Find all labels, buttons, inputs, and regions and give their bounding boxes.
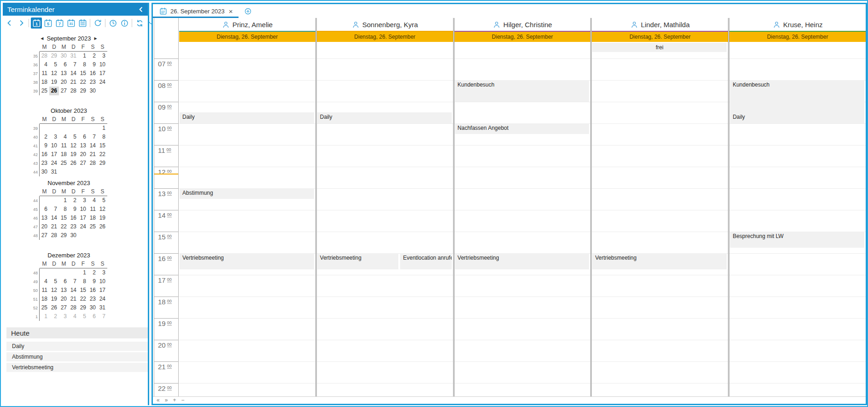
mini-day[interactable]: 27 <box>59 303 69 312</box>
mini-day[interactable]: 30 <box>69 231 78 240</box>
mini-day[interactable]: 16 <box>69 214 78 222</box>
mini-day[interactable]: 6 <box>78 133 88 141</box>
page-last-icon[interactable]: » <box>165 397 168 403</box>
mini-day[interactable]: 14 <box>49 214 59 222</box>
mini-day[interactable]: 6 <box>59 277 69 286</box>
column-grid-kruse-heinz[interactable]: KundenbesuchDailyBesprechung mit LW <box>729 42 866 396</box>
page-first-icon[interactable]: « <box>157 397 160 403</box>
mini-day[interactable]: 15 <box>59 214 69 222</box>
mini-day[interactable]: 22 <box>59 222 69 231</box>
mini-day[interactable]: 1 <box>40 312 49 321</box>
calendar-31-view-icon[interactable]: 31 <box>65 17 76 29</box>
mini-day[interactable]: 4 <box>59 133 69 141</box>
mini-day[interactable]: 11 <box>40 286 49 295</box>
mini-day[interactable]: 26 <box>49 303 59 312</box>
column-grid-sonnenberg-kyra[interactable]: DailyVertriebsmeetingEventlocation anruf… <box>317 42 453 396</box>
mini-day[interactable]: 28 <box>69 87 78 95</box>
all-day-event-frei[interactable]: frei <box>592 43 727 52</box>
today-list-item-abstimmung[interactable]: Abstimmung <box>6 352 148 361</box>
mini-day[interactable]: 14 <box>69 286 78 295</box>
mini-day[interactable]: 18 <box>40 295 49 303</box>
event-vertriebsmeeting[interactable]: Vertriebsmeeting <box>592 253 727 269</box>
mini-day[interactable]: 27 <box>78 159 88 168</box>
mini-day[interactable]: 31 <box>69 52 78 60</box>
column-grid-prinz-amelie[interactable]: DailyAbstimmungVertriebsmeeting <box>179 42 315 396</box>
mini-day[interactable]: 3 <box>59 312 69 321</box>
mini-day[interactable]: 23 <box>88 78 98 87</box>
mini-day[interactable]: 18 <box>59 150 69 159</box>
mini-day[interactable]: 31 <box>98 303 107 312</box>
mini-day[interactable]: 2 <box>88 268 98 277</box>
mini-day[interactable]: 26 <box>69 159 78 168</box>
mini-day[interactable]: 12 <box>69 141 78 150</box>
column-header-hilger-christine[interactable]: Hilger, Christine <box>454 18 591 32</box>
mini-day[interactable]: 19 <box>69 150 78 159</box>
mini-day[interactable]: 15 <box>78 286 88 295</box>
mini-day[interactable]: 8 <box>78 277 88 286</box>
mini-day[interactable]: 12 <box>49 286 59 295</box>
mini-day[interactable]: 4 <box>88 196 98 205</box>
mini-day[interactable]: 6 <box>40 205 49 214</box>
mini-day[interactable]: 11 <box>88 205 98 214</box>
mini-day[interactable]: 27 <box>59 87 69 95</box>
event-kundenbesuch[interactable]: Kundenbesuch <box>730 80 864 113</box>
mini-day[interactable]: 25 <box>40 303 49 312</box>
event-daily[interactable]: Daily <box>180 112 314 123</box>
mini-day[interactable]: 29 <box>98 159 107 168</box>
mini-day[interactable]: 23 <box>40 159 49 168</box>
mini-day[interactable]: 23 <box>88 295 98 303</box>
mini-day[interactable]: 30 <box>88 303 98 312</box>
mini-day[interactable]: 1 <box>78 52 88 60</box>
mini-day[interactable]: 2 <box>88 52 98 60</box>
calendar-1-view-icon[interactable]: 1 <box>31 17 42 29</box>
add-tab-icon[interactable] <box>244 7 252 15</box>
mini-day[interactable]: 2 <box>49 312 59 321</box>
mini-day[interactable]: 13 <box>59 69 69 78</box>
mini-day[interactable]: 24 <box>98 78 107 87</box>
mini-day[interactable]: 4 <box>40 277 49 286</box>
event-daily[interactable]: Daily <box>730 112 864 123</box>
event-nachfassen-angebot[interactable]: Nachfassen Angebot <box>455 123 589 134</box>
mini-day[interactable]: 11 <box>59 141 69 150</box>
mini-day[interactable]: 21 <box>69 78 78 87</box>
mini-day[interactable]: 22 <box>98 150 107 159</box>
calendar-5-view-icon[interactable]: 5 <box>42 17 53 29</box>
mini-day[interactable]: 28 <box>69 303 78 312</box>
event-vertriebsmeeting[interactable]: Vertriebsmeeting <box>455 253 589 269</box>
mini-day[interactable]: 16 <box>88 69 98 78</box>
mini-day[interactable]: 3 <box>49 133 59 141</box>
info-icon[interactable] <box>119 17 130 29</box>
mini-prev-month-icon[interactable]: ◀ <box>41 36 43 41</box>
mini-day[interactable]: 1 <box>59 196 69 205</box>
mini-day[interactable]: 2 <box>40 133 49 141</box>
mini-day[interactable]: 4 <box>40 60 49 69</box>
mini-day[interactable]: 6 <box>59 60 69 69</box>
mini-day[interactable]: 1 <box>98 124 107 133</box>
mini-day[interactable]: 17 <box>98 69 107 78</box>
mini-day[interactable]: 8 <box>59 205 69 214</box>
event-daily[interactable]: Daily <box>317 112 452 123</box>
zoom-in-icon[interactable]: + <box>173 397 176 403</box>
column-header-sonnenberg-kyra[interactable]: Sonnenberg, Kyra <box>317 18 453 32</box>
mini-day[interactable]: 18 <box>88 214 98 222</box>
event-vertriebsmeeting[interactable]: Vertriebsmeeting <box>317 253 398 269</box>
mini-day[interactable]: 24 <box>49 159 59 168</box>
mini-day[interactable]: 5 <box>69 133 78 141</box>
mini-day[interactable]: 7 <box>98 312 107 321</box>
mini-day[interactable]: 21 <box>88 150 98 159</box>
mini-day[interactable]: 7 <box>69 277 78 286</box>
mini-day[interactable]: 25 <box>40 87 49 95</box>
mini-day[interactable]: 12 <box>49 69 59 78</box>
mini-day[interactable]: 8 <box>98 133 107 141</box>
mini-day[interactable]: 8 <box>78 60 88 69</box>
mini-day[interactable]: 16 <box>88 286 98 295</box>
mini-next-month-icon[interactable]: ▶ <box>94 36 97 41</box>
mini-day[interactable]: 5 <box>49 60 59 69</box>
mini-day[interactable]: 22 <box>78 78 88 87</box>
event-abstimmung[interactable]: Abstimmung <box>180 188 314 199</box>
today-list-item-daily[interactable]: Daily <box>6 342 148 351</box>
mini-day[interactable]: 9 <box>69 205 78 214</box>
mini-day[interactable]: 29 <box>59 231 69 240</box>
column-header-linder-mathilda[interactable]: Linder, Mathilda <box>592 18 728 32</box>
calendar-7-view-icon[interactable]: 7 <box>54 17 65 29</box>
